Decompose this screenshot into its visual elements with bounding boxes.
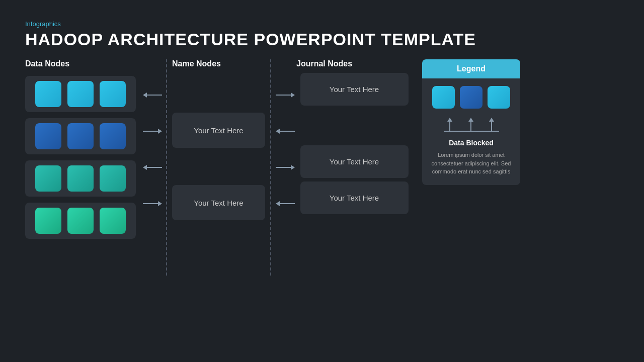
jn-arrow-row-4 [274, 186, 296, 222]
arrow-line-3 [147, 167, 162, 168]
jn-arrowhead-3 [291, 165, 295, 170]
legend-icon-3 [488, 86, 510, 109]
main-title: Hadoop Architecture Powerpoint Template [25, 30, 619, 49]
data-node-row-3 [25, 160, 136, 197]
legend-subtitle: Data Blocked [449, 139, 494, 147]
legend-arrow-up-1 [447, 118, 452, 131]
page: Infographics Hadoop Architecture Powerpo… [0, 0, 644, 362]
node-box-3-1 [35, 165, 61, 192]
name-node-text-1: Your Text Here [194, 126, 243, 135]
name-nodes-section: Name Nodes Your Text Here Your Text Here [170, 59, 268, 221]
arrowhead-right-2 [158, 129, 162, 134]
journal-slot-2 [296, 112, 412, 148]
jn-arrow-line-2 [280, 131, 295, 132]
header: Infographics Hadoop Architecture Powerpo… [25, 20, 619, 49]
name-slot-1 [170, 76, 268, 112]
jn-arrow-right-1 [276, 93, 295, 98]
legend-header: Legend [422, 59, 520, 78]
arrowhead-left-3 [143, 165, 147, 170]
data-nodes-section: Data Nodes [25, 59, 141, 245]
legend-icon-2 [460, 86, 482, 109]
name-nodes-header: Name Nodes [172, 59, 268, 68]
arrow-line-4 [143, 203, 158, 204]
journal-node-box-2[interactable]: Your Text Here [300, 145, 409, 178]
arrow-row-2 [141, 113, 164, 149]
dn-nn-arrows [141, 59, 164, 222]
divider-nn-jn [268, 59, 274, 276]
data-nodes-header: Data Nodes [25, 59, 141, 68]
journal-slot-1: Your Text Here [296, 76, 412, 112]
name-slot-4: Your Text Here [170, 185, 268, 221]
legend-arrow-up-3 [489, 118, 494, 131]
dashed-line-1 [166, 59, 167, 276]
name-node-text-2: Your Text Here [194, 199, 243, 207]
legend-description: Lorem ipsum dolor sit amet consectetuer … [428, 151, 514, 176]
legend-body: Data Blocked Lorem ipsum dolor sit amet … [422, 78, 520, 185]
jn-arrow-left-4 [276, 201, 295, 206]
divider-dn-nn [164, 59, 170, 276]
journal-node-box-1[interactable]: Your Text Here [300, 73, 409, 106]
legend-arrow-up-2 [468, 118, 473, 131]
arrow-left-1 [143, 93, 162, 98]
jn-arrow-right-3 [276, 165, 295, 170]
legend-arrow-head-1 [447, 118, 452, 122]
jn-arrow-row-1 [274, 77, 296, 113]
data-node-row-2 [25, 118, 136, 154]
journal-nodes-section: Journal Nodes Your Text Here Your Text H… [296, 59, 412, 221]
legend-arrow-shaft-1 [449, 122, 450, 131]
node-box-1-3 [100, 81, 126, 107]
diagram: Data Nodes [25, 59, 619, 347]
node-box-3-2 [67, 165, 94, 192]
data-node-row-4 [25, 203, 136, 239]
name-slot-2: Your Text Here [170, 112, 268, 148]
arrow-right-2 [143, 129, 162, 134]
name-node-box-2[interactable]: Your Text Here [172, 185, 265, 220]
nn-jn-arrows [274, 59, 296, 222]
arrow-line-2 [143, 131, 158, 132]
journal-nodes-header: Journal Nodes [296, 59, 412, 68]
jn-arrow-line-4 [280, 203, 295, 204]
journal-node-text-1: Your Text Here [330, 85, 379, 94]
arrow-left-3 [143, 165, 162, 170]
dashed-line-2 [270, 59, 271, 276]
node-box-2-3 [100, 123, 126, 149]
journal-node-text-2: Your Text Here [330, 157, 379, 166]
legend-arrow-head-2 [468, 118, 473, 122]
node-box-1-2 [67, 81, 94, 107]
nn-jn-connector [268, 59, 296, 276]
jn-arrow-row-3 [274, 149, 296, 186]
journal-node-text-3: Your Text Here [330, 194, 379, 202]
dn-nn-connector [141, 59, 170, 276]
arrow-row-3 [141, 149, 164, 186]
node-box-3-3 [100, 165, 126, 192]
legend-hline [444, 131, 499, 132]
name-node-box-1[interactable]: Your Text Here [172, 113, 265, 148]
legend-arrow-shaft-2 [470, 122, 471, 131]
arrowhead-right-4 [158, 201, 162, 206]
jn-arrowhead-2 [276, 129, 280, 134]
journal-slot-3: Your Text Here [296, 148, 412, 185]
node-box-1-1 [35, 81, 61, 107]
jn-arrow-line-3 [276, 167, 291, 168]
journal-slot-4: Your Text Here [296, 185, 412, 221]
node-box-2-2 [67, 123, 94, 149]
jn-arrow-left-2 [276, 129, 295, 134]
legend-box: Legend [422, 59, 520, 185]
name-slot-3 [170, 148, 268, 185]
legend-icons [432, 86, 510, 109]
legend-arrows-diagram [441, 114, 502, 132]
node-box-2-1 [35, 123, 61, 149]
journal-node-box-3[interactable]: Your Text Here [300, 182, 409, 214]
arrow-right-4 [143, 201, 162, 206]
node-box-4-1 [35, 208, 61, 234]
legend-arrow-shaft-3 [491, 122, 492, 131]
node-box-4-3 [100, 208, 126, 234]
legend-icon-1 [432, 86, 455, 109]
infographics-label: Infographics [25, 20, 619, 28]
arrow-row-4 [141, 186, 164, 222]
jn-arrow-row-2 [274, 113, 296, 149]
jn-arrowhead-1 [291, 93, 295, 98]
legend-section: Legend [422, 59, 523, 185]
arrow-row-1 [141, 77, 164, 113]
arrowhead-left-1 [143, 93, 147, 98]
